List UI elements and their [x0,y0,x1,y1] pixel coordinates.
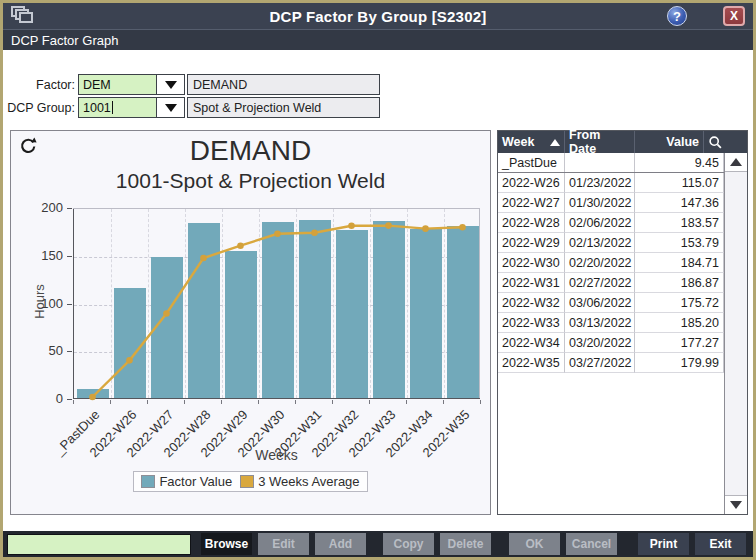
column-header-from-date[interactable]: From Date [565,131,635,153]
column-header-week[interactable]: Week [498,131,565,153]
dcp-group-dropdown-button[interactable] [157,97,185,118]
footer-bar: BrowseEditAddCopyDeleteOKCancelPrintExit [3,531,753,557]
y-tick-label: 100 [23,296,63,311]
table-scrollbar[interactable] [724,153,747,514]
data-table-panel: Week From Date Value _PastDue9.452022-W2… [497,130,748,515]
table-cell: 02/13/2022 [565,233,635,253]
table-cell: 02/20/2022 [565,253,635,273]
chevron-down-icon [165,104,177,112]
table-cell: 03/06/2022 [565,293,635,313]
chart-title: DEMAND [11,135,490,167]
footer-button-browse[interactable]: Browse [201,533,252,555]
table-row[interactable]: 2022-W3102/27/2022186.87 [498,273,724,293]
table-search-button[interactable] [704,131,727,153]
y-tick-mark [67,208,72,209]
footer-button-exit[interactable]: Exit [695,533,746,555]
table-cell: _PastDue [498,153,565,172]
table-cell: 03/20/2022 [565,333,635,353]
app-window: DCP Factor By Group [S2302] ? X DCP Fact… [0,0,756,560]
sub-title-bar: DCP Factor Graph [3,29,753,50]
title-bar: DCP Factor By Group [S2302] ? X [3,3,753,29]
table-row[interactable]: 2022-W3203/06/2022175.72 [498,293,724,313]
triangle-up-icon [730,158,742,166]
table-cell: 2022-W26 [498,173,565,193]
x-tick-mark [332,400,333,404]
triangle-down-icon [730,501,742,509]
table-cell: 02/06/2022 [565,213,635,233]
factor-label: Factor: [3,78,78,92]
average-line-series [74,209,481,400]
table-cell: 2022-W28 [498,213,565,233]
footer-button-edit: Edit [258,533,309,555]
scroll-up-button[interactable] [725,153,747,172]
column-header-week-label: Week [502,135,534,149]
legend-label: Factor Value [159,474,232,489]
factor-code-value: DEM [83,78,111,92]
table-row[interactable]: 2022-W3002/20/2022184.71 [498,253,724,273]
table-row[interactable]: _PastDue9.45 [498,153,724,173]
table-row[interactable]: 2022-W3403/20/2022177.27 [498,333,724,353]
chevron-down-icon [165,81,177,89]
table-cell: 2022-W33 [498,313,565,333]
x-tick-mark [295,400,296,404]
column-header-value[interactable]: Value [635,131,704,153]
table-cell: 03/13/2022 [565,313,635,333]
table-cell: 186.87 [635,273,724,293]
legend-item: 3 Weeks Average [240,474,359,489]
factor-description-value: DEMAND [193,78,247,92]
table-row[interactable]: 2022-W2701/30/2022147.36 [498,193,724,213]
scroll-down-button[interactable] [725,495,747,514]
y-tick-mark [67,351,72,352]
table-cell: 01/30/2022 [565,193,635,213]
search-icon [708,134,723,151]
chart-panel: DEMAND 1001-Spot & Projection Weld Hours… [10,130,491,515]
table-cell: 2022-W29 [498,233,565,253]
y-tick-mark [67,399,72,400]
table-cell: 2022-W30 [498,253,565,273]
x-tick-mark [221,400,222,404]
table-row[interactable]: 2022-W3303/13/2022185.20 [498,313,724,333]
close-icon: X [730,9,738,23]
x-tick-mark [110,400,111,404]
factor-dropdown-button[interactable] [157,74,185,95]
dcp-group-code-input[interactable]: 1001 [78,97,157,118]
column-header-value-label: Value [666,135,699,149]
dcp-group-description-field: Spot & Projection Weld [187,97,380,118]
table-row[interactable]: 2022-W2601/23/2022115.07 [498,173,724,193]
table-row[interactable]: 2022-W2902/13/2022153.79 [498,233,724,253]
table-cell: 2022-W27 [498,193,565,213]
legend-swatch-icon [141,475,155,488]
help-button[interactable]: ? [667,6,687,26]
table-cell: 2022-W34 [498,333,565,353]
table-body: _PastDue9.452022-W2601/23/2022115.072022… [498,153,747,514]
x-tick-mark [443,400,444,404]
close-button[interactable]: X [723,6,745,26]
table-header: Week From Date Value [498,131,747,153]
footer-buttons: BrowseEditAddCopyDeleteOKCancelPrintExit [191,533,746,555]
table-row[interactable]: 2022-W2802/06/2022183.57 [498,213,724,233]
table-cell: 2022-W31 [498,273,565,293]
table-cell: 177.27 [635,333,724,353]
y-tick-mark [67,256,72,257]
table-cell: 02/27/2022 [565,273,635,293]
footer-button-copy: Copy [383,533,434,555]
x-tick-mark [184,400,185,404]
dcp-group-row: DCP Group: 1001 Spot & Projection Weld [3,97,380,118]
table-cell: 2022-W32 [498,293,565,313]
window-title: DCP Factor By Group [S2302] [3,8,753,25]
chart-legend: Factor Value3 Weeks Average [11,471,490,492]
dcp-group-label: DCP Group: [3,101,78,115]
x-tick-mark [406,400,407,404]
factor-code-input[interactable]: DEM [78,74,157,95]
table-row[interactable]: 2022-W3503/27/2022179.99 [498,353,724,373]
status-field [7,534,191,555]
table-cell: 185.20 [635,313,724,333]
table-cell: 179.99 [635,353,724,373]
footer-button-ok: OK [509,533,560,555]
footer-button-print[interactable]: Print [638,533,689,555]
y-tick-label: 150 [23,248,63,263]
x-tick-mark [147,400,148,404]
text-cursor [112,101,113,114]
table-cell: 9.45 [635,153,724,172]
factor-description-field: DEMAND [187,74,380,95]
